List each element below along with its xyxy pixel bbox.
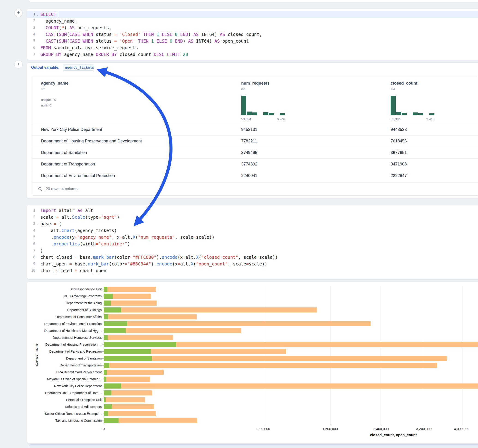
bar-closed [104, 300, 157, 305]
x-axis-tick [381, 424, 381, 425]
line-number: 9 [27, 261, 35, 267]
code-text: ) [40, 247, 43, 254]
x-axis-tick [104, 424, 104, 425]
x-axis-label: 2,400,000 [373, 427, 389, 431]
code-line[interactable]: 2scale = alt.Scale(type="sqrt") [27, 214, 478, 221]
line-number: 2 [27, 18, 35, 25]
row-count-text: 20 rows, 4 columns [46, 187, 79, 191]
bar-closed [104, 397, 145, 402]
chart-gridline [264, 286, 264, 424]
code-line[interactable]: 8chart_closed = base.mark_bar(color="#FF… [27, 254, 478, 261]
code-text: .properties(width="container") [40, 241, 130, 247]
python-code-editor[interactable]: 1import altair as alt2scale = alt.Scale(… [27, 207, 478, 274]
chart-gridline [381, 286, 381, 424]
output-variable-label: Output variable: [31, 65, 59, 70]
y-axis-label: Department of Environmental Protection [27, 320, 102, 327]
code-line[interactable]: 3⌄base = ( [27, 221, 478, 227]
code-line[interactable]: 5 CAST(SUM(CASE WHEN status = 'Open' THE… [27, 38, 478, 44]
code-text: CAST(SUM(CASE WHEN status = 'Open' THEN … [40, 38, 249, 44]
x-axis-tick [330, 424, 330, 425]
y-axis-label: New York City Police Department [27, 383, 102, 389]
code-text: COUNT(*) AS num_requests, [40, 25, 112, 31]
code-line[interactable]: 1⌄SELECT [27, 11, 478, 18]
column-histogram [241, 96, 285, 115]
y-axis-label: Department of Parks and Recreation [27, 348, 102, 355]
line-number: 7 [27, 51, 35, 58]
line-number: 4 [27, 227, 35, 234]
add-cell-button[interactable]: + [14, 60, 23, 68]
line-number: 7 [27, 247, 35, 254]
add-cell-button[interactable]: + [14, 9, 23, 17]
column-type: i64 [241, 87, 245, 91]
code-line[interactable]: 1import altair as alt [27, 207, 478, 214]
bar-closed [104, 335, 173, 340]
x-axis-title: closed_count, open_count [370, 433, 417, 437]
histogram-min: 53,304 [391, 117, 401, 121]
bar-closed [104, 370, 164, 375]
y-axis-label: Mayorâ€ s Office of Special Enforce… [27, 376, 102, 383]
bar-chart: closed_count, open_count agency_name 080… [27, 282, 478, 443]
table-cell: Department of Transportation [41, 159, 95, 170]
code-line[interactable]: 5 .encode(y="agency_name", x=alt.X("num_… [27, 234, 478, 241]
code-line[interactable]: 2 agency_name, [27, 18, 478, 25]
y-axis-label: Department of Sanitation [27, 355, 102, 362]
y-axis-label: Correspondence Unit [27, 286, 102, 293]
table-cell: 3471908 [391, 159, 407, 170]
bar-closed [104, 307, 317, 312]
code-text: alt.Chart(agency_tickets) [40, 227, 117, 234]
table-cell: 2222847 [391, 170, 407, 181]
code-line[interactable]: 3 COUNT(*) AS num_requests, [27, 25, 478, 31]
line-number: 5 [27, 234, 35, 241]
python-cell[interactable]: 1import altair as alt2scale = alt.Scale(… [27, 205, 478, 279]
y-axis-label: Taxi and Limousine Commission [27, 417, 102, 424]
histogram-max: 9.5e6 [277, 117, 285, 121]
code-line[interactable]: 6 .properties(width="container") [27, 241, 478, 247]
sql-cell[interactable]: 1⌄SELECT2 agency_name,3 COUNT(*) AS num_… [27, 8, 478, 60]
table-row[interactable]: Department of Housing Preservation and D… [32, 135, 478, 147]
line-number: 4 [27, 31, 35, 38]
chart-cell: closed_count, open_count agency_name 080… [27, 282, 478, 444]
table-cell: 7618456 [391, 136, 407, 147]
bar-closed [104, 314, 197, 319]
bar-open [104, 363, 109, 368]
code-text: scale = alt.Scale(type="sqrt") [40, 214, 120, 221]
next-cell-edge [29, 444, 478, 448]
column-name: closed_count [391, 81, 417, 86]
column-histogram [391, 96, 434, 115]
code-line[interactable]: 4 alt.Chart(agency_tickets) [27, 227, 478, 234]
table-cell: 3677651 [391, 147, 407, 158]
x-axis-label: 1,600,000 [322, 427, 338, 431]
collapse-chevron-icon[interactable]: ⌄ [35, 221, 40, 227]
code-line[interactable]: 7) [27, 247, 478, 254]
sql-code-editor[interactable]: 1⌄SELECT2 agency_name,3 COUNT(*) AS num_… [27, 11, 478, 58]
line-number: 5 [27, 38, 35, 44]
x-axis-tick [424, 424, 424, 425]
bar-open [104, 418, 119, 423]
bar-open [104, 300, 111, 305]
table-cell: 2240041 [241, 170, 257, 181]
line-number: 3 [27, 25, 35, 31]
column-type: i64 [391, 87, 395, 91]
table-cell: 9443533 [391, 124, 407, 135]
bar-open [104, 356, 152, 361]
search-icon[interactable] [38, 187, 42, 191]
histogram-range: 53,3049.4e6 [391, 117, 434, 121]
y-axis-label: HRA Benefit Card Replacement [27, 369, 102, 376]
code-line[interactable]: 4 CAST(SUM(CASE WHEN status = 'Closed' T… [27, 31, 478, 38]
bar-closed [104, 384, 478, 389]
table-row[interactable]: New York City Police Department945313194… [32, 124, 478, 135]
histogram-bar [269, 113, 274, 115]
table-row[interactable]: Department of Environmental Protection22… [32, 170, 478, 181]
code-line[interactable]: 9chart_open = base.mark_bar(color="#8BC3… [27, 261, 478, 267]
code-line[interactable]: 6FROM sample_data.nyc.service_requests [27, 44, 478, 51]
output-variable-tag[interactable]: agency_tickets [63, 64, 94, 70]
text-cursor [58, 12, 58, 17]
code-line[interactable]: 10chart_closed + chart_open [27, 267, 478, 274]
bar-open [104, 377, 106, 382]
collapse-chevron-icon[interactable]: ⌄ [35, 11, 40, 18]
code-line[interactable]: 7GROUP BY agency_name ORDER BY closed_co… [27, 51, 478, 58]
table-cell: New York City Police Department [41, 124, 102, 135]
table-row[interactable]: Department of Sanitation37494853677651 [32, 147, 478, 158]
histogram-bar [402, 113, 407, 115]
table-row[interactable]: Department of Transportation377489234719… [32, 158, 478, 170]
